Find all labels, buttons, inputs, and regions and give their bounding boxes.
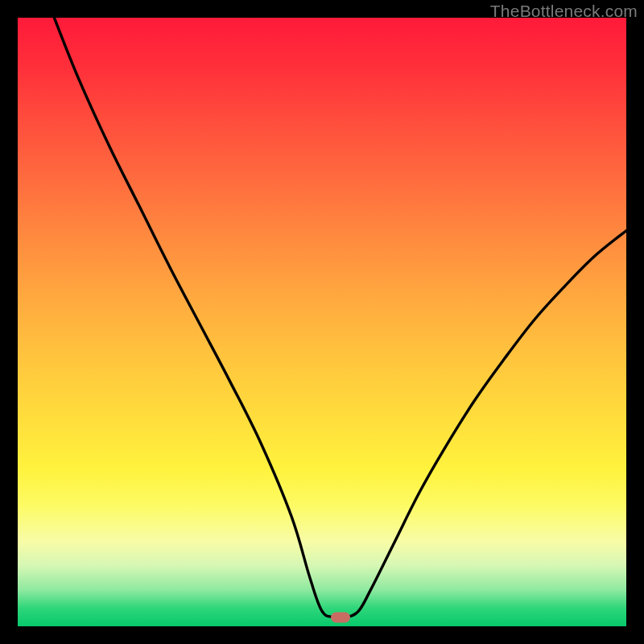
watermark-text: TheBottleneck.com — [490, 2, 638, 21]
plot-area — [18, 18, 626, 626]
optimal-point-marker — [331, 612, 350, 622]
chart-frame: TheBottleneck.com — [0, 0, 644, 644]
bottleneck-curve — [18, 18, 626, 626]
